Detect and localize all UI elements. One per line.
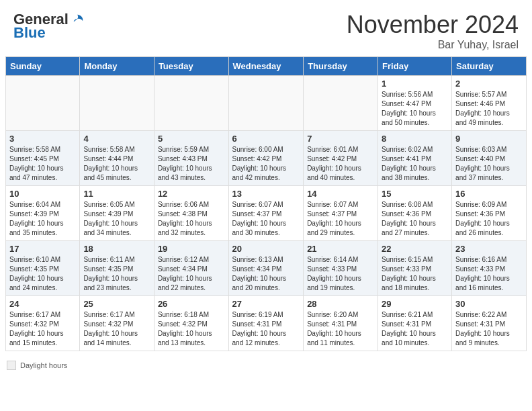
day-number: 21	[307, 244, 374, 254]
day-number: 20	[232, 244, 300, 254]
calendar-week-row: 17Sunrise: 6:10 AM Sunset: 4:35 PM Dayli…	[6, 241, 527, 296]
calendar-cell: 4Sunrise: 5:58 AM Sunset: 4:44 PM Daylig…	[80, 131, 154, 186]
day-header-friday: Friday	[378, 57, 452, 76]
calendar-cell	[228, 76, 304, 131]
day-number: 22	[382, 244, 448, 254]
day-number: 25	[83, 299, 150, 309]
calendar-cell: 9Sunrise: 6:03 AM Sunset: 4:40 PM Daylig…	[452, 131, 527, 186]
cell-detail: Sunrise: 6:07 AM Sunset: 4:37 PM Dayligh…	[232, 200, 300, 238]
calendar-cell: 16Sunrise: 6:09 AM Sunset: 4:36 PM Dayli…	[452, 186, 527, 241]
daylight-label: Daylight hours	[20, 361, 67, 369]
shaded-box-icon	[7, 361, 16, 370]
day-number: 9	[455, 134, 523, 144]
cell-detail: Sunrise: 6:10 AM Sunset: 4:35 PM Dayligh…	[9, 255, 76, 293]
day-number: 14	[307, 189, 374, 199]
calendar-cell: 7Sunrise: 6:01 AM Sunset: 4:42 PM Daylig…	[304, 131, 378, 186]
logo: General Blue	[13, 11, 85, 42]
calendar-cell: 21Sunrise: 6:14 AM Sunset: 4:33 PM Dayli…	[304, 241, 378, 296]
calendar-week-row: 10Sunrise: 6:04 AM Sunset: 4:39 PM Dayli…	[6, 186, 527, 241]
cell-detail: Sunrise: 6:17 AM Sunset: 4:32 PM Dayligh…	[83, 310, 150, 348]
cell-detail: Sunrise: 6:05 AM Sunset: 4:39 PM Dayligh…	[83, 200, 150, 238]
day-number: 26	[158, 299, 225, 309]
calendar-cell: 22Sunrise: 6:15 AM Sunset: 4:33 PM Dayli…	[378, 241, 452, 296]
cell-detail: Sunrise: 5:57 AM Sunset: 4:46 PM Dayligh…	[455, 90, 523, 128]
month-title: November 2024	[347, 11, 519, 39]
cell-detail: Sunrise: 5:59 AM Sunset: 4:43 PM Dayligh…	[158, 145, 225, 183]
calendar-cell: 27Sunrise: 6:19 AM Sunset: 4:31 PM Dayli…	[228, 296, 304, 351]
cell-detail: Sunrise: 6:04 AM Sunset: 4:39 PM Dayligh…	[9, 200, 76, 238]
cell-detail: Sunrise: 6:15 AM Sunset: 4:33 PM Dayligh…	[382, 255, 448, 293]
cell-detail: Sunrise: 6:11 AM Sunset: 4:35 PM Dayligh…	[83, 255, 150, 293]
day-number: 28	[307, 299, 374, 309]
calendar-wrapper: SundayMondayTuesdayWednesdayThursdayFrid…	[0, 56, 532, 357]
day-number: 7	[307, 134, 374, 144]
cell-detail: Sunrise: 6:21 AM Sunset: 4:31 PM Dayligh…	[382, 310, 448, 348]
calendar-cell: 26Sunrise: 6:18 AM Sunset: 4:32 PM Dayli…	[154, 296, 228, 351]
day-header-wednesday: Wednesday	[228, 57, 304, 76]
cell-detail: Sunrise: 6:02 AM Sunset: 4:41 PM Dayligh…	[382, 145, 448, 183]
calendar-cell	[304, 76, 378, 131]
cell-detail: Sunrise: 6:00 AM Sunset: 4:42 PM Dayligh…	[232, 145, 300, 183]
calendar-cell: 11Sunrise: 6:05 AM Sunset: 4:39 PM Dayli…	[80, 186, 154, 241]
calendar-week-row: 3Sunrise: 5:58 AM Sunset: 4:45 PM Daylig…	[6, 131, 527, 186]
calendar-cell: 13Sunrise: 6:07 AM Sunset: 4:37 PM Dayli…	[228, 186, 304, 241]
location-title: Bar Yuhay, Israel	[347, 39, 519, 51]
day-number: 18	[83, 244, 150, 254]
cell-detail: Sunrise: 6:03 AM Sunset: 4:40 PM Dayligh…	[455, 145, 523, 183]
calendar-table: SundayMondayTuesdayWednesdayThursdayFrid…	[5, 56, 527, 351]
day-number: 2	[455, 79, 523, 89]
cell-detail: Sunrise: 6:17 AM Sunset: 4:32 PM Dayligh…	[9, 310, 76, 348]
calendar-cell: 15Sunrise: 6:08 AM Sunset: 4:36 PM Dayli…	[378, 186, 452, 241]
calendar-cell: 25Sunrise: 6:17 AM Sunset: 4:32 PM Dayli…	[80, 296, 154, 351]
day-number: 6	[232, 134, 300, 144]
day-number: 3	[9, 134, 76, 144]
calendar-cell: 1Sunrise: 5:56 AM Sunset: 4:47 PM Daylig…	[378, 76, 452, 131]
cell-detail: Sunrise: 6:12 AM Sunset: 4:34 PM Dayligh…	[158, 255, 225, 293]
cell-detail: Sunrise: 6:07 AM Sunset: 4:37 PM Dayligh…	[307, 200, 374, 238]
cell-detail: Sunrise: 6:16 AM Sunset: 4:33 PM Dayligh…	[455, 255, 523, 293]
cell-detail: Sunrise: 6:20 AM Sunset: 4:31 PM Dayligh…	[307, 310, 374, 348]
day-number: 30	[455, 299, 523, 309]
cell-detail: Sunrise: 6:14 AM Sunset: 4:33 PM Dayligh…	[307, 255, 374, 293]
cell-detail: Sunrise: 6:08 AM Sunset: 4:36 PM Dayligh…	[382, 200, 448, 238]
cell-detail: Sunrise: 5:58 AM Sunset: 4:45 PM Dayligh…	[9, 145, 76, 183]
calendar-cell: 14Sunrise: 6:07 AM Sunset: 4:37 PM Dayli…	[304, 186, 378, 241]
page-header: General Blue November 2024 Bar Yuhay, Is…	[0, 0, 532, 56]
cell-detail: Sunrise: 5:56 AM Sunset: 4:47 PM Dayligh…	[382, 90, 448, 128]
day-header-tuesday: Tuesday	[154, 57, 228, 76]
cell-detail: Sunrise: 6:22 AM Sunset: 4:31 PM Dayligh…	[455, 310, 523, 348]
day-header-thursday: Thursday	[304, 57, 378, 76]
calendar-cell	[154, 76, 228, 131]
day-number: 13	[232, 189, 300, 199]
day-number: 15	[382, 189, 448, 199]
calendar-week-row: 24Sunrise: 6:17 AM Sunset: 4:32 PM Dayli…	[6, 296, 527, 351]
day-number: 16	[455, 189, 523, 199]
day-number: 17	[9, 244, 76, 254]
day-number: 10	[9, 189, 76, 199]
day-number: 24	[9, 299, 76, 309]
day-number: 4	[83, 134, 150, 144]
cell-detail: Sunrise: 6:01 AM Sunset: 4:42 PM Dayligh…	[307, 145, 374, 183]
calendar-cell: 18Sunrise: 6:11 AM Sunset: 4:35 PM Dayli…	[80, 241, 154, 296]
day-number: 11	[83, 189, 150, 199]
cell-detail: Sunrise: 6:06 AM Sunset: 4:38 PM Dayligh…	[158, 200, 225, 238]
day-number: 5	[158, 134, 225, 144]
logo-blue-text: Blue	[13, 24, 46, 42]
calendar-cell: 10Sunrise: 6:04 AM Sunset: 4:39 PM Dayli…	[6, 186, 80, 241]
calendar-cell: 12Sunrise: 6:06 AM Sunset: 4:38 PM Dayli…	[154, 186, 228, 241]
day-header-monday: Monday	[80, 57, 154, 76]
day-header-saturday: Saturday	[452, 57, 527, 76]
cell-detail: Sunrise: 6:09 AM Sunset: 4:36 PM Dayligh…	[455, 200, 523, 238]
calendar-cell: 5Sunrise: 5:59 AM Sunset: 4:43 PM Daylig…	[154, 131, 228, 186]
calendar-cell	[6, 76, 80, 131]
day-header-sunday: Sunday	[6, 57, 80, 76]
cell-detail: Sunrise: 6:19 AM Sunset: 4:31 PM Dayligh…	[232, 310, 300, 348]
calendar-header-row: SundayMondayTuesdayWednesdayThursdayFrid…	[6, 57, 527, 76]
calendar-cell: 30Sunrise: 6:22 AM Sunset: 4:31 PM Dayli…	[452, 296, 527, 351]
calendar-cell: 24Sunrise: 6:17 AM Sunset: 4:32 PM Dayli…	[6, 296, 80, 351]
day-number: 19	[158, 244, 225, 254]
day-number: 23	[455, 244, 523, 254]
day-number: 29	[382, 299, 448, 309]
calendar-week-row: 1Sunrise: 5:56 AM Sunset: 4:47 PM Daylig…	[6, 76, 527, 131]
day-number: 27	[232, 299, 300, 309]
